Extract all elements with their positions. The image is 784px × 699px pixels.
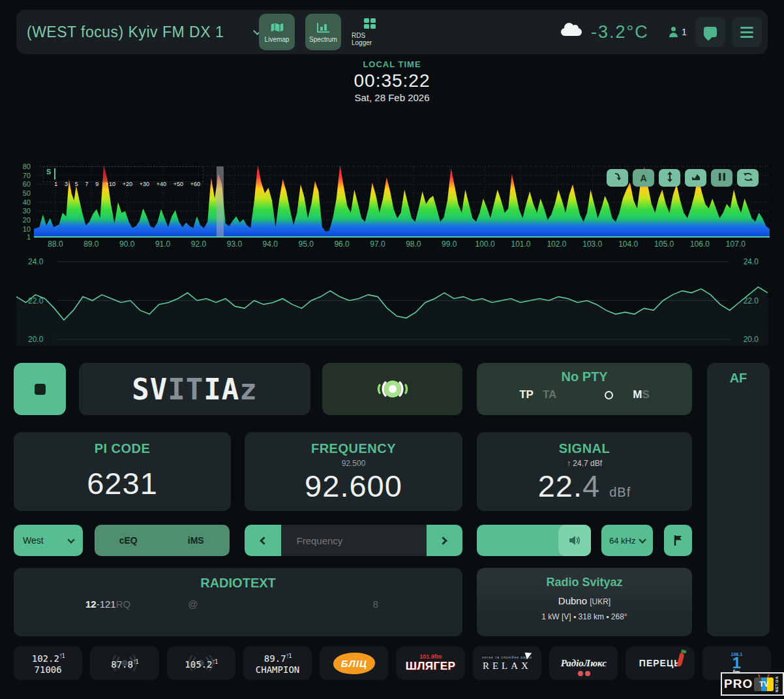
signal-panel: SIGNAL ↑ 24.7 dBf 22.4 dBf bbox=[477, 432, 692, 511]
ps-segment: SV bbox=[132, 373, 168, 406]
svg-text:96.0: 96.0 bbox=[334, 240, 350, 249]
svg-text:24.0: 24.0 bbox=[28, 257, 44, 266]
svg-text:92.0: 92.0 bbox=[191, 240, 207, 249]
cherries-icon bbox=[578, 671, 590, 676]
svg-text:99.0: 99.0 bbox=[442, 240, 457, 249]
temperature: -3.2°C bbox=[591, 22, 649, 42]
frequency-panel: FREQUENCY 92.500 92.600 bbox=[245, 432, 462, 511]
svg-text:97.0: 97.0 bbox=[370, 240, 385, 249]
station-bookmark[interactable]: 102.2ᛉ171006 bbox=[14, 646, 82, 680]
ms-flag-s: S bbox=[642, 388, 649, 401]
station-bookmark[interactable]: ПЕРЕЦЬ bbox=[626, 646, 694, 680]
svg-text:100.0: 100.0 bbox=[475, 240, 495, 249]
report-flag-button[interactable] bbox=[664, 525, 692, 556]
s-meter-tick: +60 bbox=[190, 181, 200, 187]
radio-lux-logo: РадіоЛюкс bbox=[561, 658, 607, 669]
stream-status-panel bbox=[322, 363, 462, 415]
map-icon bbox=[270, 22, 284, 33]
hamburger-icon bbox=[740, 27, 753, 38]
station-bookmark[interactable]: легке та спокійне радіоRELAX bbox=[473, 646, 541, 680]
header-bar: (WEST focus) Kyiv FM DX 1 Livemap Spectr… bbox=[16, 10, 768, 54]
chevron-right-icon bbox=[439, 536, 447, 545]
server-title: (WEST focus) Kyiv FM DX 1 bbox=[27, 23, 224, 41]
pi-code-title: PI CODE bbox=[14, 441, 231, 456]
svg-text:1: 1 bbox=[27, 233, 31, 241]
jump-strongest-button[interactable] bbox=[607, 169, 628, 187]
svg-text:103.0: 103.0 bbox=[582, 240, 602, 249]
ims-toggle[interactable]: iMS bbox=[162, 535, 230, 546]
svg-text:95.0: 95.0 bbox=[298, 240, 314, 249]
s-meter-tick: 3 bbox=[65, 181, 68, 187]
pty-value: No PTY bbox=[477, 369, 692, 384]
watermark-net: NET.UA bbox=[775, 676, 779, 692]
radiotext-segment: 8 bbox=[372, 598, 378, 610]
ms-flag-m: M bbox=[633, 388, 642, 401]
auto-mode-icon: A bbox=[640, 173, 646, 183]
vertical-scale-button[interactable] bbox=[659, 169, 680, 187]
speaker-icon bbox=[568, 535, 581, 546]
svg-text:91.0: 91.0 bbox=[155, 240, 171, 249]
svg-text:60: 60 bbox=[23, 180, 31, 188]
svg-text:30: 30 bbox=[23, 207, 31, 215]
frequency-down-button[interactable] bbox=[245, 525, 281, 556]
tp-flag: TP bbox=[519, 388, 534, 401]
antenna-value: West bbox=[23, 535, 44, 546]
s-meter: S 13579+10+20+30+40+50+60 bbox=[43, 166, 204, 182]
menu-button[interactable] bbox=[732, 17, 762, 47]
frequency-up-button[interactable] bbox=[427, 525, 463, 556]
shlyager-logo: ШЛЯГЕР bbox=[406, 660, 456, 673]
graph-style-button[interactable] bbox=[685, 169, 706, 187]
bandwidth-select[interactable]: 64 kHz bbox=[601, 525, 653, 556]
protv-watermark: PRO TV NET.UA bbox=[721, 672, 784, 696]
s-meter-tick: +10 bbox=[106, 181, 115, 187]
svg-text:102.0: 102.0 bbox=[547, 240, 566, 249]
svg-text:104.0: 104.0 bbox=[618, 240, 638, 249]
af-list-panel: AF bbox=[707, 363, 770, 636]
jump-strongest-icon bbox=[612, 172, 623, 184]
user-icon bbox=[669, 27, 679, 37]
flag-icon bbox=[672, 534, 684, 547]
eq-toggle[interactable]: cEQ bbox=[95, 535, 162, 546]
livemap-button[interactable]: Livemap bbox=[259, 14, 295, 50]
tuned-frequency-marker bbox=[217, 166, 224, 237]
svg-text:98.0: 98.0 bbox=[406, 240, 421, 249]
station-bookmark[interactable]: 89.7ᛉ1CHAMPION bbox=[243, 646, 312, 680]
chart-icon bbox=[316, 22, 331, 33]
station-bookmark[interactable]: 105.2ᛉ1 bbox=[167, 646, 235, 680]
frequency-input[interactable] bbox=[281, 525, 427, 556]
station-bookmarks: 102.2ᛉ17100687.8ᛉ1105.2ᛉ189.7ᛉ1CHAMPIONБ… bbox=[14, 646, 771, 680]
server-title-dropdown[interactable]: (WEST focus) Kyiv FM DX 1 bbox=[27, 10, 260, 54]
ps-segment: IA bbox=[204, 373, 239, 406]
station-bookmark[interactable]: 101.9fmШЛЯГЕР bbox=[396, 646, 464, 680]
audio-play-button[interactable] bbox=[14, 363, 66, 415]
s-meter-track bbox=[54, 168, 55, 179]
pause-button[interactable] bbox=[711, 169, 732, 187]
pi-code-panel: PI CODE 6231 bbox=[14, 432, 231, 511]
refresh-button[interactable] bbox=[737, 169, 759, 187]
svg-text:101.0: 101.0 bbox=[511, 240, 530, 249]
auto-mode-button[interactable]: A bbox=[633, 169, 654, 187]
graph-style-icon bbox=[691, 172, 701, 183]
frequency-tune-group bbox=[245, 525, 462, 556]
onefm-logo: 1 bbox=[732, 657, 741, 670]
weather-widget: -3.2°C bbox=[561, 10, 649, 54]
transmitter-info-panel: Radio Svityaz Dubno [UKR] 1 kW [V] ▪ 318… bbox=[477, 568, 692, 636]
antenna-select[interactable]: West bbox=[14, 525, 83, 556]
volume-handle[interactable] bbox=[558, 525, 591, 556]
chat-button[interactable] bbox=[695, 17, 725, 47]
svg-text:24.0: 24.0 bbox=[744, 257, 759, 266]
volume-slider[interactable] bbox=[477, 525, 591, 556]
svg-text:89.0: 89.0 bbox=[83, 240, 99, 249]
svg-text:107.0: 107.0 bbox=[726, 240, 746, 249]
chat-icon bbox=[704, 27, 717, 37]
station-bookmark[interactable]: БЛІЦ bbox=[320, 646, 388, 680]
spectrum-button[interactable]: Spectrum bbox=[305, 14, 341, 50]
s-meter-scale: 13579+10+20+30+40+50+60 bbox=[54, 181, 200, 187]
chevron-down-icon bbox=[67, 536, 74, 543]
station-bookmark[interactable]: РадіоЛюкс bbox=[549, 646, 618, 680]
station-bookmark[interactable]: 87.8ᛉ1 bbox=[90, 646, 158, 680]
relax-logo: RELAX bbox=[483, 660, 532, 672]
rds-logger-button[interactable]: RDS Logger bbox=[352, 14, 387, 50]
svg-text:40: 40 bbox=[23, 198, 31, 206]
online-users: 1 bbox=[669, 10, 687, 54]
